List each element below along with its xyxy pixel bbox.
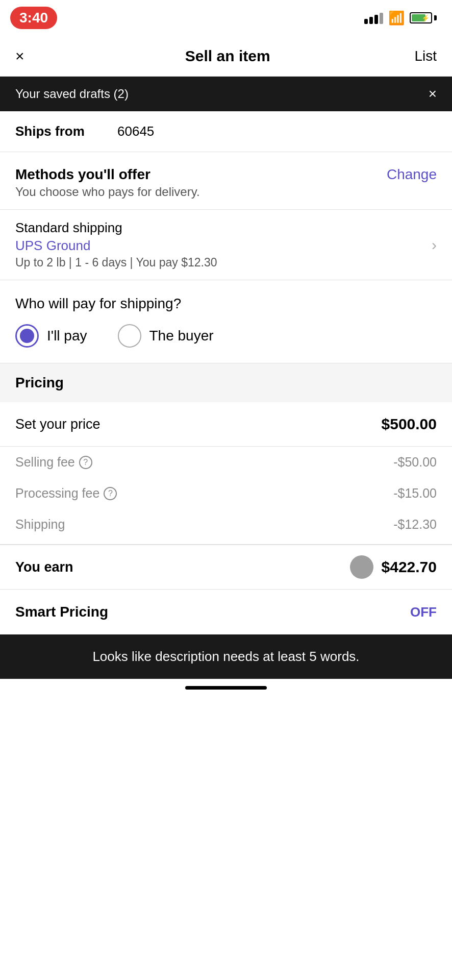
- change-button[interactable]: Change: [387, 166, 437, 183]
- ships-from-label: Ships from: [15, 124, 97, 139]
- methods-header: Methods you'll offer You choose who pays…: [15, 166, 437, 199]
- pricing-title: Pricing: [15, 375, 64, 390]
- selling-fee-row: Selling fee ? -$50.00: [0, 447, 452, 478]
- buyer-pays-option[interactable]: The buyer: [118, 324, 214, 348]
- processing-fee-row: Processing fee ? -$15.00: [0, 478, 452, 509]
- signal-icon: [364, 12, 383, 24]
- pricing-content: Set your price $500.00 Selling fee ? -$5…: [0, 402, 452, 589]
- shipping-fee-value: -$12.30: [393, 517, 437, 532]
- processing-fee-value: -$15.00: [393, 486, 437, 501]
- methods-section: Methods you'll offer You choose who pays…: [0, 152, 452, 199]
- shipping-fee-label: Shipping: [15, 517, 65, 532]
- fees-block: Selling fee ? -$50.00 Processing fee ? -…: [0, 447, 452, 545]
- shipping-option[interactable]: Standard shipping UPS Ground Up to 2 lb …: [0, 209, 452, 280]
- selling-fee-label: Selling fee ?: [15, 455, 92, 470]
- selling-fee-info-icon[interactable]: ?: [79, 456, 92, 469]
- page-title: Sell an item: [185, 47, 270, 65]
- toast-text: Looks like description needs at least 5 …: [92, 649, 359, 664]
- buyer-pays-label: The buyer: [149, 328, 214, 344]
- set-price-value: $500.00: [382, 415, 437, 433]
- methods-title-group: Methods you'll offer You choose who pays…: [15, 166, 200, 199]
- home-bar: [185, 686, 267, 690]
- scroll-dot: [350, 555, 373, 579]
- chevron-right-icon: ›: [432, 236, 437, 254]
- smart-pricing-toggle[interactable]: OFF: [410, 604, 437, 620]
- processing-fee-info-icon[interactable]: ?: [104, 487, 117, 500]
- processing-fee-label: Processing fee ?: [15, 486, 117, 501]
- shipping-info: Standard shipping UPS Ground Up to 2 lb …: [15, 220, 217, 270]
- status-bar: 3:40 📶 ⚡: [0, 0, 452, 36]
- nav-bar: × Sell an item List: [0, 36, 452, 77]
- you-earn-label: You earn: [15, 559, 73, 575]
- ships-from-value: 60645: [117, 124, 154, 139]
- methods-subtitle: You choose who pays for delivery.: [15, 185, 200, 199]
- pricing-header: Pricing: [0, 363, 452, 402]
- buyer-pays-radio[interactable]: [118, 324, 141, 348]
- wifi-icon: 📶: [388, 10, 405, 26]
- set-price-label: Set your price: [15, 416, 101, 432]
- who-pays-question: Who will pay for shipping?: [15, 296, 437, 312]
- banner-text: Your saved drafts (2): [15, 87, 129, 101]
- ill-pay-label: I'll pay: [47, 328, 87, 344]
- you-earn-right: $422.70: [350, 555, 437, 579]
- smart-pricing-section: Smart Pricing OFF: [0, 589, 452, 634]
- methods-title: Methods you'll offer: [15, 166, 200, 183]
- list-button[interactable]: List: [414, 48, 437, 64]
- smart-pricing-label: Smart Pricing: [15, 604, 108, 620]
- set-price-row[interactable]: Set your price $500.00: [0, 402, 452, 447]
- shipping-carrier: UPS Ground: [15, 238, 217, 254]
- shipping-fee-row: Shipping -$12.30: [0, 509, 452, 540]
- status-icons: 📶 ⚡: [364, 10, 437, 26]
- who-pays-section: Who will pay for shipping? I'll pay The …: [0, 280, 452, 363]
- close-button[interactable]: ×: [15, 47, 41, 65]
- you-earn-row: You earn $422.70: [0, 545, 452, 589]
- toast-message: Looks like description needs at least 5 …: [0, 634, 452, 679]
- shipping-details: Up to 2 lb | 1 - 6 days | You pay $12.30: [15, 256, 217, 270]
- radio-group: I'll pay The buyer: [15, 324, 437, 348]
- ill-pay-radio[interactable]: [15, 324, 39, 348]
- home-indicator: [0, 679, 452, 697]
- ships-from-row: Ships from 60645: [0, 111, 452, 152]
- ill-pay-option[interactable]: I'll pay: [15, 324, 87, 348]
- saved-drafts-banner: Your saved drafts (2) ×: [0, 77, 452, 111]
- selling-fee-value: -$50.00: [393, 455, 437, 470]
- you-earn-value: $422.70: [382, 558, 437, 576]
- banner-close-button[interactable]: ×: [429, 86, 437, 102]
- battery-icon: ⚡: [410, 12, 437, 23]
- status-time: 3:40: [10, 7, 57, 29]
- shipping-title: Standard shipping: [15, 220, 217, 236]
